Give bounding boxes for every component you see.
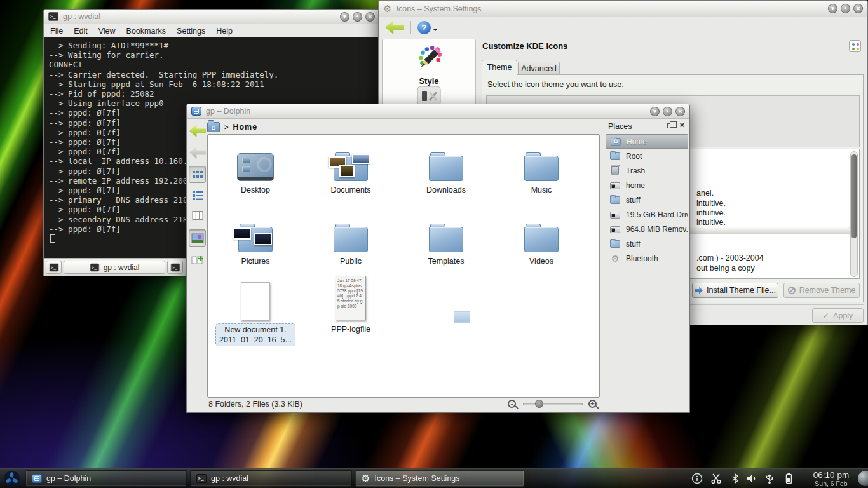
folder-item-videos[interactable]: Videos [497, 214, 586, 266]
terminal-icon [48, 12, 58, 21]
place-stuff[interactable]: stuff [606, 193, 688, 207]
place-root[interactable]: Root [606, 149, 688, 163]
home-folder-icon[interactable] [207, 122, 220, 132]
maximize-icon[interactable] [663, 107, 672, 116]
tray-volume-icon[interactable] [745, 471, 759, 485]
folder-item-documents[interactable]: Documents [306, 143, 395, 194]
float-panel-icon[interactable] [667, 123, 673, 128]
menu-settings[interactable]: Settings [177, 27, 205, 37]
folder-item-pictures[interactable]: Pictures [211, 214, 300, 266]
icon-sizes-overview-icon[interactable] [849, 40, 861, 52]
zoom-in-icon[interactable] [588, 400, 597, 408]
forward-arrow-icon[interactable] [189, 146, 206, 159]
tray-battery-icon[interactable] [782, 471, 796, 485]
folder-item-desktop[interactable]: Desktop [211, 143, 300, 194]
back-arrow-icon[interactable] [189, 125, 206, 137]
place-home[interactable]: Home [606, 134, 688, 149]
minimize-icon[interactable] [828, 4, 837, 13]
back-arrow-icon[interactable] [385, 20, 404, 34]
folder-item-public[interactable]: Public [306, 214, 395, 266]
konsole-titlebar[interactable]: gp : wvdial [44, 10, 379, 24]
place-label: Bluetooth [626, 254, 658, 263]
maximize-icon[interactable] [353, 12, 362, 22]
folder-item-templates[interactable]: Templates [402, 214, 491, 266]
close-icon[interactable] [365, 12, 375, 22]
help-icon[interactable] [417, 21, 431, 34]
place-stuff-2[interactable]: stuff [606, 236, 688, 251]
install-theme-button[interactable]: Install Theme File... [692, 283, 778, 298]
folder-item-music[interactable]: Music [497, 143, 586, 194]
columns-view-button[interactable] [189, 207, 206, 224]
task-system-settings[interactable]: ⚙ Icons – System Settings [355, 470, 524, 487]
chevron-down-icon[interactable] [433, 29, 437, 33]
new-tab-button[interactable] [46, 261, 62, 274]
details-view-button[interactable] [189, 186, 206, 203]
place-hard-drive[interactable]: 19.5 GiB Hard Drive [606, 207, 688, 222]
breadcrumb-home[interactable]: Home [233, 123, 257, 132]
file-item-ppp-logfile[interactable]: Jan 17 09:47:18 gp-Aspire-5738 pppd[1946… [306, 273, 395, 334]
zoom-slider-track[interactable] [523, 403, 583, 405]
window-controls [340, 12, 375, 22]
theme-prompt-label: Select the icon theme you want to use: [487, 80, 624, 89]
place-trash[interactable]: Trash [606, 163, 688, 178]
menu-file[interactable]: File [50, 27, 63, 37]
terminal-tab[interactable]: gp : wvdial [64, 261, 165, 274]
dolphin-titlebar[interactable]: gp – Dolphin [187, 104, 689, 119]
theme-list-item[interactable]: anel. [696, 189, 714, 198]
menu-help[interactable]: Help [216, 27, 233, 37]
place-bluetooth[interactable]: Bluetooth [606, 251, 688, 266]
stray-thumbnail [454, 311, 470, 323]
tray-bluetooth-icon[interactable] [728, 471, 742, 485]
task-dolphin[interactable]: gp – Dolphin [25, 470, 187, 487]
places-panel: Places × Home Root Trash home stuff 19.5… [604, 119, 689, 398]
zoom-out-icon[interactable] [508, 400, 516, 408]
tray-usb-device-icon[interactable] [763, 471, 776, 485]
kickoff-launcher[interactable] [3, 470, 20, 488]
folder-icon [610, 152, 620, 160]
dolphin-icon [191, 107, 201, 116]
icons-view-button[interactable] [189, 166, 206, 183]
close-icon[interactable] [675, 107, 685, 116]
folder-icon [429, 156, 463, 181]
place-home-partition[interactable]: home [606, 178, 688, 193]
tab-list-button[interactable] [167, 261, 183, 274]
clock[interactable]: 06:10 pm Sun, 6 Feb [802, 470, 860, 487]
apply-button[interactable]: ✓ Apply [812, 308, 864, 323]
task-konsole[interactable]: gp : wvdial [190, 470, 352, 487]
breadcrumb: > Home [207, 121, 257, 133]
folder-view[interactable]: Desktop Documents Downloads Music Pictur… [207, 134, 600, 398]
theme-list-item[interactable]: intuitive. [696, 199, 726, 208]
syssettings-titlebar[interactable]: ⚙ Icons – System Settings [379, 1, 867, 17]
sidebar-item-style[interactable]: Style [383, 43, 475, 86]
folder-item-downloads[interactable]: Downloads [402, 143, 491, 194]
menu-bookmarks[interactable]: Bookmarks [126, 27, 166, 37]
minimize-icon[interactable] [340, 12, 349, 22]
tab-theme[interactable]: Theme [482, 60, 517, 75]
remove-theme-button[interactable]: Remove Theme [783, 283, 860, 298]
zoom-slider-handle[interactable] [535, 400, 543, 408]
tray-klipper-scissors-icon[interactable] [709, 471, 723, 485]
close-panel-icon[interactable]: × [679, 121, 684, 129]
places-header: Places [608, 122, 632, 131]
tab-advanced[interactable]: Advanced [518, 62, 560, 75]
file-item-new-document[interactable]: New document 1. 2011_01_20_16_5... [211, 273, 300, 346]
file-label: PPP-logfile [306, 325, 395, 334]
theme-list-item[interactable]: intuitive. [696, 208, 726, 217]
folder-icon [524, 227, 559, 252]
split-view-button[interactable] [189, 251, 206, 268]
place-removable[interactable]: 964.8 MiB Remov... [606, 222, 688, 236]
scrollbar-thumb[interactable] [851, 154, 857, 238]
maximize-icon[interactable] [841, 4, 850, 13]
menu-view[interactable]: View [98, 27, 116, 37]
place-label: 964.8 MiB Remov... [626, 225, 688, 234]
vertical-scrollbar[interactable] [850, 151, 858, 277]
konsole-window-title: gp : wvdial [63, 12, 100, 21]
theme-list-item[interactable]: intuitive. [696, 218, 726, 227]
menu-edit[interactable]: Edit [74, 27, 88, 37]
preview-toggle-button[interactable] [189, 229, 206, 247]
minimize-icon[interactable] [650, 107, 660, 116]
close-icon[interactable] [853, 4, 863, 13]
details-view-icon [192, 189, 203, 201]
documents-folder-icon [334, 156, 368, 181]
tray-info-icon[interactable] [690, 471, 704, 485]
